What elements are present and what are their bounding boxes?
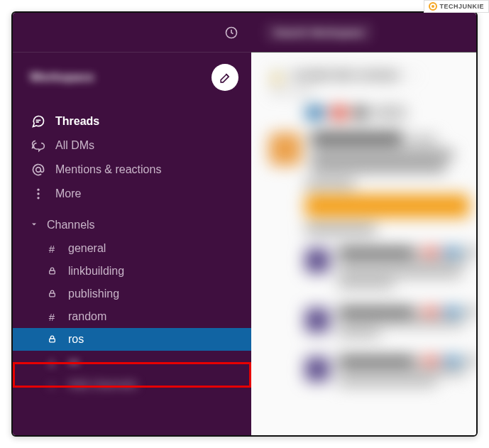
reaction-row (263, 106, 476, 129)
channel-ros[interactable]: ros (13, 328, 251, 351)
mentions-icon (31, 163, 45, 177)
lock-icon (45, 288, 58, 300)
avatar (270, 133, 301, 165)
channel-header-title: rosalie-feb-reviews (291, 68, 400, 82)
channel-label: ros (68, 333, 84, 346)
avatar (305, 357, 329, 381)
slack-app-window: Workspace Threads (11, 11, 478, 437)
nav-more-label: More (55, 187, 81, 200)
svg-point-2 (37, 189, 39, 191)
channel-label: Add channels (68, 378, 137, 391)
svg-point-4 (37, 197, 39, 199)
nav-mentions[interactable]: Mentions & reactions (13, 158, 251, 182)
channel-general[interactable]: # general (13, 237, 251, 260)
caret-down-icon (30, 219, 38, 231)
channel-random[interactable]: # random (13, 305, 251, 328)
banner (305, 195, 469, 217)
svg-rect-6 (49, 293, 55, 296)
threads-icon (31, 114, 45, 129)
channel-label: xx (68, 356, 79, 368)
compose-icon (219, 71, 232, 84)
compose-button[interactable] (211, 64, 238, 91)
nav-mentions-label: Mentions & reactions (55, 163, 161, 176)
channel-header-subtitle: Add a topic (263, 87, 476, 106)
svg-point-3 (37, 192, 39, 195)
screenshot-frame: TECHJUNKIE Workspace (0, 0, 489, 448)
nav-threads[interactable]: Threads (13, 109, 251, 133)
history-icon[interactable] (224, 26, 238, 40)
hash-icon: # (45, 243, 58, 255)
more-icon (31, 187, 45, 201)
nav-threads-label: Threads (55, 115, 99, 128)
watermark-badge: TECHJUNKIE (424, 0, 489, 13)
workspace-name: Workspace (30, 70, 94, 84)
channels-section-header[interactable]: Channels (13, 206, 251, 237)
channel-label: publishing (68, 288, 119, 300)
search-input[interactable]: Search Workspace (264, 22, 373, 43)
nav-all-dms-label: All DMs (55, 139, 94, 152)
channel-publishing[interactable]: publishing (13, 283, 251, 305)
nav-all-dms[interactable]: All DMs (13, 133, 251, 158)
techjunkie-logo-icon (429, 2, 437, 11)
channel-list: # general linkbuilding publishing # (13, 237, 251, 396)
plus-icon: + (45, 379, 58, 391)
channels-section-label: Channels (47, 219, 95, 231)
thread-reply (305, 308, 476, 337)
svg-rect-7 (49, 338, 55, 342)
svg-point-1 (36, 168, 41, 173)
sidebar-topbar (13, 13, 251, 53)
channel-label: linkbuilding (68, 265, 124, 278)
sidebar: Workspace Threads (13, 13, 251, 435)
channel-linkbuilding[interactable]: linkbuilding (13, 260, 251, 283)
main-topbar: Search Workspace (251, 13, 476, 53)
hash-icon: # (45, 311, 58, 323)
dms-icon (31, 138, 45, 153)
message-row (263, 129, 476, 176)
thread-reply (305, 248, 476, 288)
lock-icon (45, 334, 58, 346)
svg-rect-5 (49, 270, 55, 273)
avatar (305, 248, 329, 273)
nav-list: Threads All DMs Mentions & reactions (13, 104, 251, 206)
main-pane: Search Workspace 🔒 rosalie-feb-reviews ☆… (251, 13, 476, 435)
channel-blurred-2[interactable]: + Add channels (13, 373, 251, 396)
lock-icon: △ (45, 356, 58, 368)
lock-icon (45, 266, 58, 278)
channel-label: general (68, 242, 106, 255)
thread-reply (305, 357, 476, 386)
channel-label: random (68, 310, 106, 323)
workspace-header[interactable]: Workspace (13, 53, 251, 104)
channel-blurred-1[interactable]: △ xx (13, 351, 251, 373)
watermark-text: TECHJUNKIE (439, 3, 484, 10)
main-content-blurred: 🔒 rosalie-feb-reviews ☆ Add a topic (251, 53, 476, 435)
nav-more[interactable]: More (13, 182, 251, 206)
avatar (305, 308, 329, 332)
